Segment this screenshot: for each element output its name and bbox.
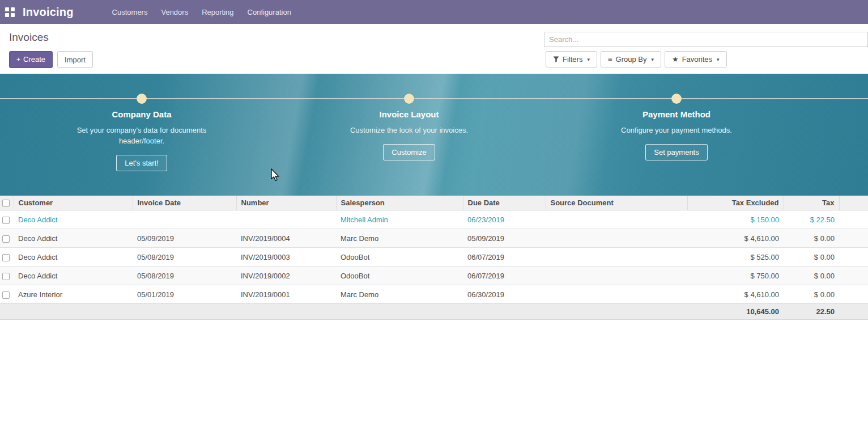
filters-button[interactable]: Filters ▾ bbox=[546, 51, 597, 67]
table-row[interactable]: Deco Addict 05/09/2019 INV/2019/0004 Mar… bbox=[0, 229, 868, 248]
cell-spacer bbox=[839, 210, 868, 229]
search-box bbox=[544, 32, 868, 47]
header-due-date[interactable]: Due Date bbox=[463, 196, 546, 210]
search-input[interactable] bbox=[544, 32, 867, 46]
apps-menu-icon[interactable] bbox=[5, 7, 15, 17]
action-buttons: +Create Import bbox=[9, 51, 93, 68]
create-button-label: Create bbox=[23, 55, 45, 64]
nav-item-reporting[interactable]: Reporting bbox=[195, 1, 240, 24]
import-button[interactable]: Import bbox=[57, 51, 93, 68]
table-header-row: Customer Invoice Date Number Salesperson… bbox=[0, 196, 868, 210]
cell-source-document bbox=[546, 229, 687, 248]
apps-icon-square bbox=[11, 13, 15, 17]
cell-tax-excluded: $ 150.00 bbox=[687, 210, 784, 229]
cell-tax-excluded: $ 525.00 bbox=[687, 248, 784, 267]
header-invoice-date[interactable]: Invoice Date bbox=[133, 196, 236, 210]
nav-item-customers[interactable]: Customers bbox=[105, 1, 155, 24]
cell-customer: Azure Interior bbox=[14, 285, 133, 304]
caret-down-icon: ▾ bbox=[587, 57, 590, 62]
top-menu: Customers Vendors Reporting Configuratio… bbox=[105, 1, 298, 24]
cell-tax-excluded: $ 4,610.00 bbox=[687, 229, 784, 248]
cell-tax: $ 0.00 bbox=[784, 267, 839, 285]
cell-tax: $ 22.50 bbox=[784, 210, 839, 229]
cell-due-date: 06/07/2019 bbox=[463, 248, 546, 267]
cell-due-date: 06/23/2019 bbox=[463, 210, 546, 229]
table-row[interactable]: Deco Addict 05/08/2019 INV/2019/0003 Odo… bbox=[0, 248, 868, 267]
nav-item-vendors[interactable]: Vendors bbox=[154, 1, 195, 24]
header-tax-excluded[interactable]: Tax Excluded bbox=[687, 196, 784, 210]
cell-due-date: 06/07/2019 bbox=[463, 267, 546, 285]
onboarding-banner: Company Data Set your company's data for… bbox=[0, 74, 868, 196]
cell-tax-excluded: $ 750.00 bbox=[687, 267, 784, 285]
caret-down-icon: ▾ bbox=[651, 57, 654, 62]
cell-invoice-date: 05/08/2019 bbox=[133, 267, 236, 285]
control-panel: Invoices +Create Import Filters ▾ ≡ Grou… bbox=[0, 24, 868, 74]
cell-due-date: 05/09/2019 bbox=[463, 229, 546, 248]
cell-source-document bbox=[546, 248, 687, 267]
step-description: Customize the look of your invoices. bbox=[341, 125, 477, 136]
row-checkbox[interactable] bbox=[2, 235, 10, 243]
customize-button[interactable]: Customize bbox=[383, 144, 435, 160]
cell-spacer bbox=[839, 229, 868, 248]
row-checkbox[interactable] bbox=[2, 254, 10, 261]
create-button[interactable]: +Create bbox=[9, 51, 53, 68]
step-description: Set your company's data for documents he… bbox=[74, 125, 210, 146]
step-description: Configure your payment methods. bbox=[609, 125, 744, 136]
lets-start-button[interactable]: Let's start! bbox=[116, 155, 167, 171]
onboarding-step-dot bbox=[671, 94, 682, 104]
cell-invoice-date: 05/01/2019 bbox=[133, 285, 236, 304]
apps-icon-square bbox=[5, 7, 9, 11]
step-title: Payment Method bbox=[609, 109, 744, 119]
cell-salesperson: Marc Demo bbox=[336, 285, 463, 304]
cell-salesperson: OdooBot bbox=[336, 267, 463, 285]
cell-spacer bbox=[839, 285, 868, 304]
apps-icon-square bbox=[5, 13, 9, 17]
cell-customer: Deco Addict bbox=[14, 248, 133, 267]
cell-due-date: 06/30/2019 bbox=[463, 285, 546, 304]
cell-invoice-date: 05/09/2019 bbox=[133, 229, 236, 248]
favorites-button-label: Favorites bbox=[682, 55, 712, 64]
onboarding-step-invoice-layout: Invoice Layout Customize the look of you… bbox=[341, 109, 477, 160]
header-number[interactable]: Number bbox=[236, 196, 336, 210]
cell-tax: $ 0.00 bbox=[784, 285, 839, 304]
row-checkbox[interactable] bbox=[2, 217, 10, 224]
header-source-document[interactable]: Source Document bbox=[546, 196, 687, 210]
onboarding-step-dot bbox=[404, 94, 414, 104]
cell-number: INV/2019/0002 bbox=[236, 267, 336, 285]
cell-salesperson: OdooBot bbox=[336, 248, 463, 267]
filter-bar: Filters ▾ ≡ Group By ▾ ★ Favorites ▾ bbox=[546, 51, 730, 67]
onboarding-progress-line bbox=[0, 98, 868, 99]
apps-icon-square bbox=[11, 7, 15, 11]
favorites-button[interactable]: ★ Favorites ▾ bbox=[665, 51, 727, 67]
nav-item-configuration[interactable]: Configuration bbox=[241, 1, 298, 24]
cell-source-document bbox=[546, 285, 687, 304]
header-salesperson[interactable]: Salesperson bbox=[336, 196, 463, 210]
group-by-button[interactable]: ≡ Group By ▾ bbox=[601, 51, 661, 67]
cell-source-document bbox=[546, 210, 687, 229]
cell-tax-excluded: $ 4,610.00 bbox=[687, 285, 784, 304]
cell-source-document bbox=[546, 267, 687, 285]
header-customer[interactable]: Customer bbox=[14, 196, 133, 210]
cell-number: INV/2019/0003 bbox=[236, 248, 336, 267]
page-title: Invoices bbox=[9, 31, 49, 44]
table-row[interactable]: Azure Interior 05/01/2019 INV/2019/0001 … bbox=[0, 285, 868, 304]
row-checkbox[interactable] bbox=[2, 273, 10, 280]
set-payments-button[interactable]: Set payments bbox=[645, 144, 708, 160]
table-row[interactable]: Deco Addict Mitchell Admin 06/23/2019 $ … bbox=[0, 210, 868, 229]
row-checkbox[interactable] bbox=[2, 291, 10, 299]
onboarding-step-payment-method: Payment Method Configure your payment me… bbox=[609, 109, 744, 160]
plus-icon: + bbox=[16, 56, 20, 64]
invoice-table-body: Deco Addict Mitchell Admin 06/23/2019 $ … bbox=[0, 210, 868, 304]
totals-row: 10,645.00 22.50 bbox=[0, 304, 868, 320]
app-title[interactable]: Invoicing bbox=[23, 6, 74, 19]
cell-number bbox=[236, 210, 336, 229]
top-navbar: Invoicing Customers Vendors Reporting Co… bbox=[0, 0, 868, 24]
cell-customer: Deco Addict bbox=[14, 210, 133, 229]
total-tax-excluded: 10,645.00 bbox=[687, 304, 784, 320]
select-all-checkbox[interactable] bbox=[2, 200, 10, 207]
header-tax[interactable]: Tax bbox=[784, 196, 839, 210]
cell-tax: $ 0.00 bbox=[784, 229, 839, 248]
table-row[interactable]: Deco Addict 05/08/2019 INV/2019/0002 Odo… bbox=[0, 267, 868, 285]
filter-funnel-icon bbox=[553, 56, 559, 62]
cell-invoice-date bbox=[133, 210, 236, 229]
